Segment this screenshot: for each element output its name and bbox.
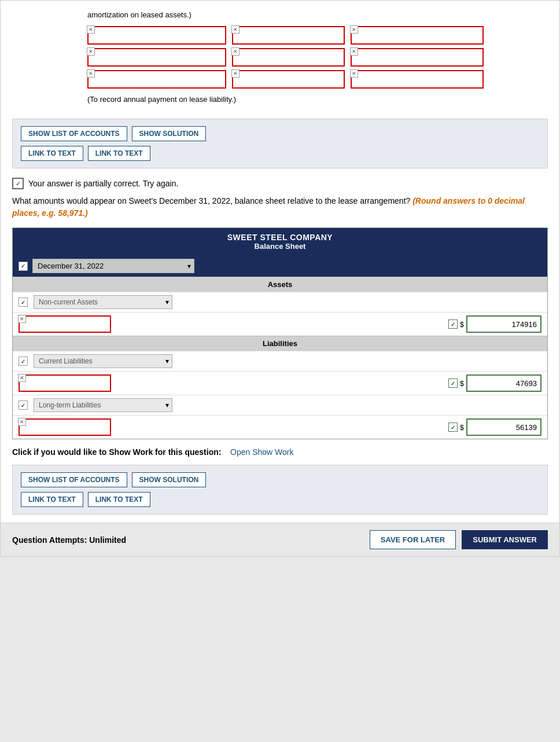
- show-solution-button-1[interactable]: SHOW SOLUTION: [132, 126, 207, 141]
- question-text: What amounts would appear on Sweet's Dec…: [12, 195, 548, 219]
- x-badge-r1c1: ✕: [87, 25, 95, 34]
- partial-correct-text: Your answer is partially correct. Try ag…: [28, 179, 178, 188]
- bs-noncurrent-assets-dropdown[interactable]: Non-current Assets: [34, 295, 172, 309]
- x-badge-r1c3: ✕: [350, 25, 358, 34]
- journal-input-r1c1[interactable]: [87, 26, 226, 45]
- bs-longterm-liab-dropdown-row: ✓ Long-term Liabilities ▾: [13, 395, 547, 415]
- bs-longterm-liab-dropdown-wrap: Long-term Liabilities ▾: [34, 398, 172, 412]
- bs-date-select-wrap: December 31, 2022 ▾: [32, 259, 194, 273]
- link-to-text-button-1a[interactable]: LINK TO TEXT: [21, 146, 83, 161]
- x-badge-r3c1: ✕: [87, 69, 95, 78]
- bs-assets-x-badge: ✕: [18, 315, 26, 323]
- bs-assets-dropdown-check: ✓: [19, 297, 28, 307]
- bs-date-check: ✓: [19, 262, 28, 271]
- bs-current-liab-amount-wrap: ✓ $: [448, 374, 541, 392]
- bs-longterm-liab-x-wrap: ✕: [19, 418, 111, 436]
- note-payment: (To record annual payment on lease liabi…: [87, 94, 548, 105]
- bs-company-name: SWEET STEEL COMPANY: [15, 233, 545, 242]
- bs-current-liab-check: ✓: [19, 357, 28, 366]
- bs-assets-x-wrap: ✕: [19, 315, 111, 333]
- journal-input-r2c1[interactable]: [87, 48, 226, 67]
- show-list-of-accounts-button-2[interactable]: SHOW LIST OF ACCOUNTS: [21, 472, 127, 487]
- journal-row3-col3: ✕: [351, 70, 484, 89]
- journal-row3-col2: ✕: [232, 70, 345, 89]
- x-badge-r2c1: ✕: [87, 47, 95, 56]
- bs-assets-header: Assets: [13, 277, 547, 292]
- save-for-later-button[interactable]: SAVE FOR LATER: [370, 530, 456, 549]
- x-badge-r1c2: ✕: [231, 25, 240, 34]
- open-show-work-link[interactable]: Open Show Work: [230, 447, 293, 457]
- button-panel-1: SHOW LIST OF ACCOUNTS SHOW SOLUTION LINK…: [12, 119, 548, 168]
- show-solution-button-2[interactable]: SHOW SOLUTION: [132, 472, 207, 487]
- question-main: What amounts would appear on Sweet's Dec…: [12, 196, 410, 205]
- bs-longterm-liab-amount-input[interactable]: [466, 418, 541, 436]
- bs-assets-input-row: ✕ ✓ $: [13, 312, 547, 336]
- button-panel-2: SHOW LIST OF ACCOUNTS SHOW SOLUTION LINK…: [12, 465, 548, 515]
- bs-current-liab-label-input[interactable]: [19, 374, 111, 392]
- journal-row2-col3: ✕: [351, 48, 484, 67]
- journal-row1-col1: ✕: [87, 26, 226, 45]
- bs-assets-amount-check: ✓: [448, 319, 458, 329]
- journal-row2-col1: ✕: [87, 48, 226, 67]
- journal-input-r2c3[interactable]: [351, 48, 484, 67]
- bs-current-liab-amount-input[interactable]: [466, 374, 541, 392]
- journal-row2-col2: ✕: [232, 48, 345, 67]
- bs-header: SWEET STEEL COMPANY Balance Sheet: [13, 228, 547, 255]
- bs-subtitle: Balance Sheet: [15, 242, 545, 251]
- show-list-of-accounts-button-1[interactable]: SHOW LIST OF ACCOUNTS: [21, 126, 127, 141]
- bs-date-select[interactable]: December 31, 2022: [32, 259, 194, 273]
- bs-assets-dollar-sign: $: [460, 320, 464, 329]
- journal-input-r1c2[interactable]: [232, 26, 345, 45]
- bs-date-row: ✓ December 31, 2022 ▾: [13, 255, 547, 277]
- x-badge-r2c3: ✕: [350, 47, 358, 56]
- bs-current-liab-x-badge: ✕: [18, 374, 26, 382]
- link-to-text-button-2a[interactable]: LINK TO TEXT: [21, 492, 83, 507]
- show-work-label: Click if you would like to Show Work for…: [12, 447, 221, 457]
- journal-row3-col1: ✕: [87, 70, 226, 89]
- question-attempts-text: Question Attempts: Unlimited: [12, 535, 126, 545]
- bs-longterm-liab-x-badge: ✕: [18, 418, 26, 426]
- bs-longterm-liab-dollar-sign: $: [460, 423, 464, 432]
- x-badge-r2c2: ✕: [231, 47, 240, 56]
- bs-longterm-liab-amount-wrap: ✓ $: [448, 418, 541, 436]
- bs-current-liab-amount-check: ✓: [448, 379, 458, 388]
- bs-longterm-liab-amount-check: ✓: [448, 423, 458, 432]
- journal-input-r3c1[interactable]: [87, 70, 226, 89]
- journal-input-r1c3[interactable]: [351, 26, 484, 45]
- journal-entry-grid: ✕ ✕ ✕ ✕ ✕ ✕: [87, 26, 548, 89]
- link-to-text-button-1b[interactable]: LINK TO TEXT: [88, 146, 150, 161]
- bs-longterm-liabilities-dropdown[interactable]: Long-term Liabilities: [34, 398, 172, 412]
- journal-row1-col3: ✕: [351, 26, 484, 45]
- partial-correct-icon: ✓: [12, 178, 24, 189]
- submit-answer-button[interactable]: SUBMIT ANSWER: [462, 530, 548, 549]
- bs-longterm-liab-label-input[interactable]: [19, 418, 111, 436]
- bs-current-liab-dollar-sign: $: [460, 379, 464, 388]
- bs-longterm-liab-check: ✓: [19, 401, 28, 410]
- note-amortization: amortization on leased assets.): [87, 10, 548, 20]
- bs-assets-amount-wrap: ✓ $: [448, 315, 541, 333]
- bs-current-liab-input-row: ✕ ✓ $: [13, 371, 547, 395]
- show-work-row: Click if you would like to Show Work for…: [12, 447, 548, 457]
- bs-current-liab-dropdown-wrap: Current Liabilities ▾: [34, 354, 172, 368]
- bs-current-liabilities-dropdown[interactable]: Current Liabilities: [34, 354, 172, 368]
- journal-row1-col2: ✕: [232, 26, 345, 45]
- bs-assets-dropdown-row: ✓ Non-current Assets ▾: [13, 292, 547, 312]
- x-badge-r3c2: ✕: [231, 69, 240, 78]
- link-to-text-button-2b[interactable]: LINK TO TEXT: [88, 492, 150, 507]
- balance-sheet: SWEET STEEL COMPANY Balance Sheet ✓ Dece…: [12, 227, 548, 439]
- partial-correct-notice: ✓ Your answer is partially correct. Try …: [12, 178, 548, 189]
- bottom-bar: Question Attempts: Unlimited SAVE FOR LA…: [1, 523, 559, 556]
- bs-assets-dropdown-wrap: Non-current Assets ▾: [34, 295, 172, 309]
- bs-assets-label-input[interactable]: [19, 315, 111, 333]
- bs-liabilities-header: Liabilities: [13, 336, 547, 351]
- bs-assets-amount-input[interactable]: [466, 315, 541, 333]
- bs-current-liab-x-wrap: ✕: [19, 374, 111, 392]
- bs-current-liab-dropdown-row: ✓ Current Liabilities ▾: [13, 351, 547, 371]
- bs-longterm-liab-input-row: ✕ ✓ $: [13, 415, 547, 439]
- journal-input-r3c3[interactable]: [351, 70, 484, 89]
- journal-input-r3c2[interactable]: [232, 70, 345, 89]
- x-badge-r3c3: ✕: [350, 69, 358, 78]
- journal-input-r2c2[interactable]: [232, 48, 345, 67]
